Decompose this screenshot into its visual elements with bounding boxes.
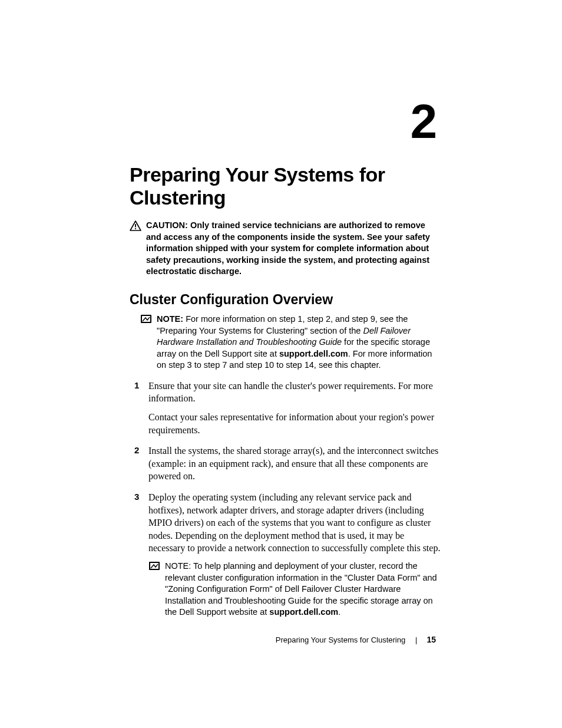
sub-note-text-3: . — [338, 607, 340, 617]
page-number: 15 — [427, 635, 436, 644]
sub-note-callout: NOTE: To help planning and deployment of… — [148, 561, 442, 618]
footer-title: Preparing Your Systems for Clustering — [276, 635, 405, 644]
note-label: NOTE: — [157, 314, 183, 324]
note-icon — [140, 314, 152, 327]
chapter-title: Preparing Your Systems for Clustering — [130, 163, 442, 209]
page-footer: Preparing Your Systems for Clustering 15 — [130, 635, 436, 644]
caution-body: CAUTION: Only trained service technician… — [146, 220, 442, 278]
sub-note-text-2: support.dell.com — [269, 607, 338, 617]
svg-rect-0 — [135, 224, 136, 228]
caution-text: Only trained service technicians are aut… — [146, 220, 430, 276]
step-1-text-a: Ensure that your site can handle the clu… — [148, 380, 442, 405]
step-2-text: Install the systems, the shared storage … — [148, 444, 442, 483]
step-1-text-b: Contact your sales representative for in… — [148, 411, 442, 436]
svg-rect-1 — [135, 228, 136, 229]
note-icon — [148, 561, 160, 574]
sub-note-body: NOTE: To help planning and deployment of… — [165, 561, 442, 618]
note-body: NOTE: For more information on step 1, st… — [157, 314, 442, 371]
step-2: Install the systems, the shared storage … — [130, 444, 442, 483]
steps-list: Ensure that your site can handle the clu… — [130, 380, 442, 618]
section-heading: Cluster Configuration Overview — [130, 292, 442, 308]
step-1: Ensure that your site can handle the clu… — [130, 380, 442, 436]
sub-note-label: NOTE: — [165, 561, 191, 571]
note-callout: NOTE: For more information on step 1, st… — [140, 314, 442, 371]
step-3-text: Deploy the operating system (including a… — [148, 491, 442, 555]
caution-label: CAUTION: — [146, 220, 188, 230]
footer-separator — [416, 637, 416, 644]
chapter-number: 2 — [130, 97, 442, 146]
caution-callout: CAUTION: Only trained service technician… — [130, 220, 442, 278]
caution-icon — [130, 220, 141, 235]
note-text-4: support.dell.com — [279, 349, 348, 358]
page-content: 2 Preparing Your Systems for Clustering … — [130, 97, 442, 627]
step-3: Deploy the operating system (including a… — [130, 491, 442, 618]
